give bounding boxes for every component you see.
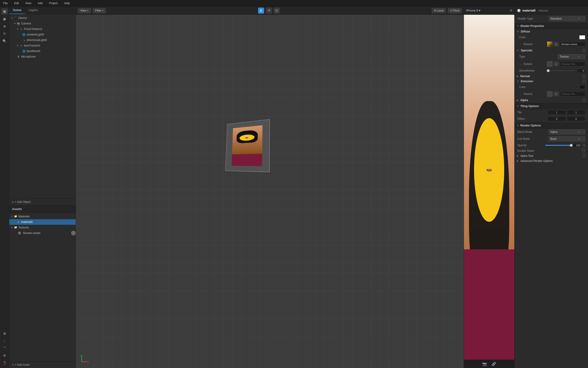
alpha-section-header[interactable]: ▶ Alpha bbox=[515, 98, 588, 103]
tree-item-batman-texture[interactable]: 🖼 бетмен копия ○ bbox=[9, 230, 76, 236]
tile-y-input[interactable] bbox=[567, 110, 585, 115]
opacity-label: Opacity bbox=[517, 144, 543, 147]
offset-x-input[interactable] bbox=[547, 117, 566, 121]
main-layout: ⊞ ▣ ⊕ ↻ 🔍 ⊞ ↑ 📱 ⚙ ❓ Scene Layers ▼ 📱 Dev… bbox=[0, 6, 588, 368]
diffuse-texture-dropdown[interactable]: ▾ bbox=[554, 42, 559, 46]
emission-color-swatch[interactable] bbox=[579, 85, 585, 89]
phone-model-select[interactable]: iPhone 8 ▾ bbox=[466, 9, 480, 12]
emission-section-header[interactable]: ▼ Emission bbox=[515, 79, 588, 84]
sidebar-icon-search[interactable]: 🔍 bbox=[1, 38, 8, 44]
menu-help[interactable]: Help bbox=[63, 1, 71, 5]
emission-label: Emission bbox=[521, 80, 533, 83]
emission-toggle[interactable] bbox=[582, 80, 586, 83]
specular-section-header[interactable]: ▼ Specular bbox=[515, 48, 588, 53]
blend-mode-chevron-icon: ▾ bbox=[578, 131, 579, 133]
alpha-test-toggle[interactable] bbox=[582, 154, 586, 157]
advanced-render-row[interactable]: ▶ Advanced Render Options bbox=[515, 158, 588, 164]
local-icon: ⊞ bbox=[434, 9, 436, 12]
opacity-value[interactable]: 100 bbox=[573, 143, 581, 147]
specular-texture-dropdown[interactable]: ▾ bbox=[554, 62, 559, 66]
sidebar-icon-fx[interactable]: ⊕ bbox=[1, 23, 8, 29]
tree-item-textures[interactable]: ▼ 📁 Textures bbox=[9, 225, 76, 230]
render-options-section[interactable]: ▼ Render Options bbox=[515, 122, 588, 129]
diffuse-section-header[interactable]: ▼ Diffuse bbox=[515, 29, 588, 34]
add-object-button[interactable]: + + Add Object bbox=[9, 199, 76, 205]
menu-add[interactable]: Add bbox=[36, 1, 44, 5]
phone-screenshot-button[interactable]: 📷 bbox=[482, 362, 487, 366]
menu-file[interactable]: File bbox=[2, 1, 9, 5]
menu-edit[interactable]: Edit bbox=[13, 1, 20, 5]
sidebar-icon-export[interactable]: ↑ bbox=[1, 338, 8, 344]
sidebar-icon-layers[interactable]: ▣ bbox=[1, 16, 8, 22]
sidebar-icon-animate[interactable]: ↻ bbox=[1, 30, 8, 37]
cull-mode-select[interactable]: Back ▾ bbox=[548, 136, 586, 141]
material-sphere-icon bbox=[517, 9, 521, 12]
tree-item-materials[interactable]: ▼ 📁 Materials bbox=[9, 214, 76, 219]
sidebar-icon-scene[interactable]: ⊞ bbox=[1, 8, 8, 15]
tiling-section[interactable]: ▼ Tiling Options bbox=[515, 103, 588, 109]
shader-type-select[interactable]: Standard ▾ bbox=[548, 16, 586, 21]
smoothness-value[interactable]: 0 bbox=[577, 69, 585, 73]
alpha-test-row[interactable]: ▶ Alpha Test bbox=[515, 153, 588, 158]
material-name: material0 bbox=[522, 9, 535, 12]
move-tool-button[interactable]: ⊕ bbox=[258, 8, 264, 14]
specular-toggle[interactable] bbox=[582, 49, 586, 52]
tab-layers[interactable]: Layers bbox=[25, 6, 41, 14]
view-label: View bbox=[80, 9, 86, 12]
local-button[interactable]: ⊞ Local bbox=[432, 8, 446, 13]
normal-toggle[interactable] bbox=[582, 75, 586, 78]
menu-view[interactable]: View bbox=[24, 1, 33, 5]
sidebar-icon-patch[interactable]: ⊞ bbox=[1, 330, 8, 337]
tree-arrow-device: ▼ bbox=[11, 17, 14, 19]
sidebar-icon-device[interactable]: 📱 bbox=[1, 345, 8, 351]
scene-3d-object[interactable]: 🦇 bbox=[225, 119, 280, 179]
opacity-slider[interactable] bbox=[545, 145, 571, 146]
tree-item-directional[interactable]: ↘ directionalLight0 bbox=[9, 37, 76, 43]
pivot-button[interactable]: ⊡ Pivot bbox=[448, 8, 462, 13]
blend-mode-select[interactable]: Alpha ▾ bbox=[548, 129, 586, 135]
normal-section-header[interactable]: ▶ Normal bbox=[515, 74, 588, 79]
shader-properties-section[interactable]: ▼ Shader Properties bbox=[515, 23, 588, 29]
specular-texture-label: Texture bbox=[523, 62, 546, 66]
tree-item-focal[interactable]: ▼ ◈ Focal Distance bbox=[9, 26, 76, 32]
filter-button[interactable]: Filter ▾ bbox=[93, 8, 106, 13]
tree-item-facemesh[interactable]: 🌐 faceMesh0 bbox=[9, 48, 76, 54]
diffuse-texture-thumb[interactable] bbox=[547, 41, 552, 47]
specular-type-select[interactable]: Texture ▾ bbox=[558, 54, 585, 59]
tree-item-facetracker[interactable]: ▼ ◈ faceTracker0 bbox=[9, 43, 76, 48]
specular-texture-thumb[interactable] bbox=[547, 61, 552, 67]
view-button[interactable]: View ▾ bbox=[78, 8, 91, 13]
offset-y-input[interactable] bbox=[567, 117, 585, 121]
emission-texture-label: Texture bbox=[523, 92, 546, 96]
phone-menu-icon[interactable]: ≡ bbox=[510, 9, 512, 13]
phone-screen: 🦇 bbox=[464, 15, 514, 360]
tree-item-material0[interactable]: ● material0 bbox=[9, 219, 76, 225]
shader-properties-title: Shader Properties bbox=[520, 24, 586, 28]
diffuse-color-swatch[interactable] bbox=[579, 35, 585, 39]
scale-tool-button[interactable]: ⊡ bbox=[274, 8, 280, 14]
tree-item-microphone[interactable]: 🎙 Microphone bbox=[9, 54, 76, 59]
rotate-tool-button[interactable]: ↺ bbox=[266, 8, 272, 14]
tree-item-device[interactable]: ▼ 📱 Device bbox=[9, 15, 76, 21]
alpha-toggle[interactable] bbox=[582, 99, 586, 102]
phone-record-button[interactable]: 🔗 bbox=[491, 362, 496, 366]
tree-item-camera[interactable]: ▼ 📷 Camera bbox=[9, 21, 76, 26]
tree-item-ambient[interactable]: 🌐 ambientLight0 bbox=[9, 32, 76, 37]
bottom-spacer bbox=[515, 164, 588, 168]
emission-texture-dropdown[interactable]: ▾ bbox=[554, 92, 559, 96]
viewport-toolbar: View ▾ Filter ▾ ⊕ ↺ ⊡ ⊞ Local ⊡ Pivot bbox=[76, 6, 464, 15]
smoothness-slider[interactable] bbox=[548, 70, 575, 71]
add-asset-button[interactable]: + + Add Asset bbox=[9, 361, 76, 368]
menu-project[interactable]: Project bbox=[48, 1, 59, 5]
viewport-canvas[interactable]: 🦇 x y bbox=[76, 15, 464, 368]
emission-texture-thumb[interactable] bbox=[547, 91, 552, 97]
double-sided-checkbox[interactable] bbox=[582, 149, 585, 152]
render-collapse-icon: ▼ bbox=[517, 124, 519, 127]
tab-scene[interactable]: Scene bbox=[9, 6, 25, 14]
materials-icon: 📁 bbox=[14, 215, 18, 218]
pivot-label: Pivot bbox=[453, 9, 459, 12]
sidebar-icon-settings[interactable]: ⚙ bbox=[1, 352, 8, 359]
sidebar-icon-help[interactable]: ❓ bbox=[1, 360, 8, 366]
tile-x-input[interactable] bbox=[547, 110, 566, 115]
alpha-test-label: Alpha Test bbox=[520, 154, 533, 157]
